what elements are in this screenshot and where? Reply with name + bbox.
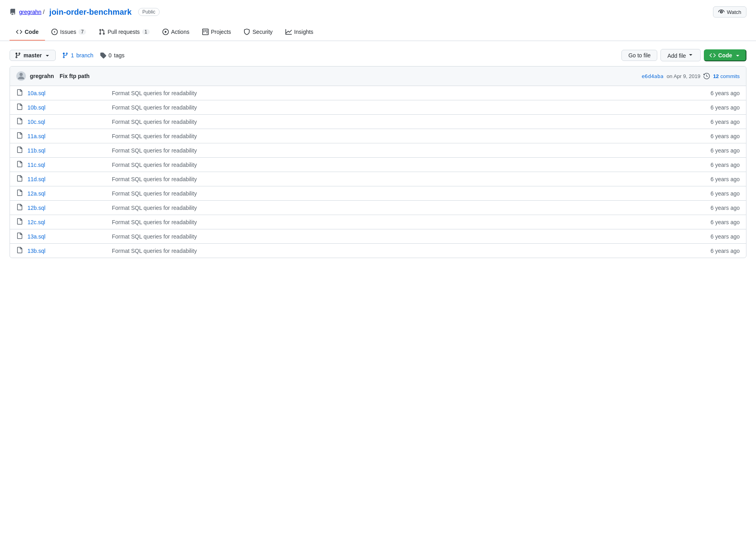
file-commit-msg: Format SQL queries for readability <box>112 176 706 182</box>
file-commit-msg: Format SQL queries for readability <box>112 205 706 211</box>
code-button[interactable]: Code <box>704 49 746 61</box>
insights-icon <box>285 29 292 35</box>
table-row: 10a.sql Format SQL queries for readabili… <box>10 86 746 100</box>
file-icon <box>16 204 23 211</box>
repo-owner: gregrahn / <box>19 9 45 15</box>
tag-label: tags <box>114 52 124 59</box>
tag-count-link[interactable]: 0 tags <box>100 52 125 59</box>
add-file-button[interactable]: Add file <box>660 49 701 61</box>
code-btn-label: Code <box>718 52 732 59</box>
branch-name: master <box>23 52 42 59</box>
file-commit-msg: Format SQL queries for readability <box>112 248 706 254</box>
file-icon <box>16 104 23 111</box>
tab-code-label: Code <box>25 29 39 35</box>
file-commit-msg: Format SQL queries for readability <box>112 104 706 111</box>
commits-link[interactable]: 12 commits <box>713 73 740 79</box>
table-row: 10c.sql Format SQL queries for readabili… <box>10 115 746 129</box>
repo-nav: Code Issues 7 Pull requests 1 Actions Pr… <box>0 24 756 41</box>
tab-issues[interactable]: Issues 7 <box>45 24 92 41</box>
issues-badge: 7 <box>78 29 86 35</box>
file-name-link[interactable]: 12c.sql <box>27 219 107 225</box>
tag-icon <box>100 52 106 59</box>
tag-count: 0 <box>109 52 112 59</box>
file-name-link[interactable]: 11a.sql <box>27 133 107 139</box>
watch-button[interactable]: Watch <box>713 6 746 18</box>
tab-security[interactable]: Security <box>237 24 279 41</box>
branch-selector[interactable]: master <box>10 50 56 61</box>
table-row: 10b.sql Format SQL queries for readabili… <box>10 100 746 115</box>
file-commit-msg: Format SQL queries for readability <box>112 190 706 197</box>
commits-count: 12 <box>713 73 719 79</box>
actions-icon <box>162 29 169 35</box>
file-name-link[interactable]: 13b.sql <box>27 248 107 254</box>
repo-icon <box>10 9 16 15</box>
history-icon <box>703 73 710 79</box>
commit-bar: gregrahn Fix ftp path e6d4aba on Apr 9, … <box>10 67 746 86</box>
table-row: 11c.sql Format SQL queries for readabili… <box>10 158 746 172</box>
visibility-badge: Public <box>138 8 160 16</box>
file-name-link[interactable]: 10a.sql <box>27 90 107 96</box>
file-icon <box>16 247 23 254</box>
file-commit-msg: Format SQL queries for readability <box>112 119 706 125</box>
branch-count-icon <box>62 52 68 59</box>
repo-header: gregrahn / join-order-benchmark Public W… <box>0 0 756 18</box>
commit-message: Fix ftp path <box>60 73 90 79</box>
owner-link[interactable]: gregrahn <box>19 9 41 15</box>
file-icon <box>16 161 23 168</box>
table-row: 11a.sql Format SQL queries for readabili… <box>10 129 746 143</box>
file-commit-msg: Format SQL queries for readability <box>112 162 706 168</box>
file-age: 6 years ago <box>711 104 740 111</box>
file-icon <box>16 132 23 140</box>
tab-insights-label: Insights <box>294 29 313 35</box>
table-row: 13a.sql Format SQL queries for readabili… <box>10 229 746 244</box>
commit-hash-link[interactable]: e6d4aba <box>642 73 664 79</box>
file-name-link[interactable]: 12a.sql <box>27 190 107 197</box>
file-commit-msg: Format SQL queries for readability <box>112 233 706 240</box>
file-icon <box>16 175 23 183</box>
file-age: 6 years ago <box>711 205 740 211</box>
tab-code[interactable]: Code <box>10 24 45 41</box>
file-icon <box>16 147 23 154</box>
file-commit-msg: Format SQL queries for readability <box>112 90 706 96</box>
file-name-link[interactable]: 11d.sql <box>27 176 107 182</box>
tab-projects[interactable]: Projects <box>196 24 238 41</box>
tab-projects-label: Projects <box>211 29 231 35</box>
file-commit-msg: Format SQL queries for readability <box>112 133 706 139</box>
code-angle-icon <box>709 52 716 59</box>
file-name-link[interactable]: 11c.sql <box>27 162 107 168</box>
toolbar-right: Go to file Add file Code <box>621 49 746 61</box>
file-icon <box>16 218 23 226</box>
tab-security-label: Security <box>252 29 273 35</box>
table-row: 13b.sql Format SQL queries for readabili… <box>10 244 746 258</box>
file-icon <box>16 89 23 97</box>
file-icon <box>16 190 23 197</box>
branch-count: 1 <box>71 52 74 59</box>
file-name-link[interactable]: 10b.sql <box>27 104 107 111</box>
repo-name-link[interactable]: join-order-benchmark <box>49 8 132 17</box>
repo-toolbar: master 1 branch 0 tags Go to file Add fi… <box>0 41 756 66</box>
file-age: 6 years ago <box>711 147 740 154</box>
file-age: 6 years ago <box>711 90 740 96</box>
table-row: 12b.sql Format SQL queries for readabili… <box>10 201 746 215</box>
tab-actions[interactable]: Actions <box>156 24 196 41</box>
tab-issues-label: Issues <box>60 29 76 35</box>
tab-pull-requests[interactable]: Pull requests 1 <box>92 24 156 41</box>
code-icon <box>16 29 22 35</box>
eye-icon <box>718 9 725 15</box>
tab-pr-label: Pull requests <box>107 29 140 35</box>
go-to-file-button[interactable]: Go to file <box>621 50 657 61</box>
commits-label: commits <box>721 73 740 79</box>
file-icon <box>16 118 23 125</box>
file-name-link[interactable]: 12b.sql <box>27 205 107 211</box>
branch-icon <box>15 52 21 59</box>
file-name-link[interactable]: 10c.sql <box>27 119 107 125</box>
author-avatar <box>16 71 26 81</box>
commit-author[interactable]: gregrahn <box>30 73 54 79</box>
file-name-link[interactable]: 11b.sql <box>27 147 107 154</box>
branch-count-link[interactable]: 1 branch <box>62 52 94 59</box>
file-name-link[interactable]: 13a.sql <box>27 233 107 240</box>
table-row: 11b.sql Format SQL queries for readabili… <box>10 143 746 158</box>
svg-point-0 <box>20 73 23 76</box>
tab-insights[interactable]: Insights <box>279 24 320 41</box>
table-row: 12c.sql Format SQL queries for readabili… <box>10 215 746 229</box>
